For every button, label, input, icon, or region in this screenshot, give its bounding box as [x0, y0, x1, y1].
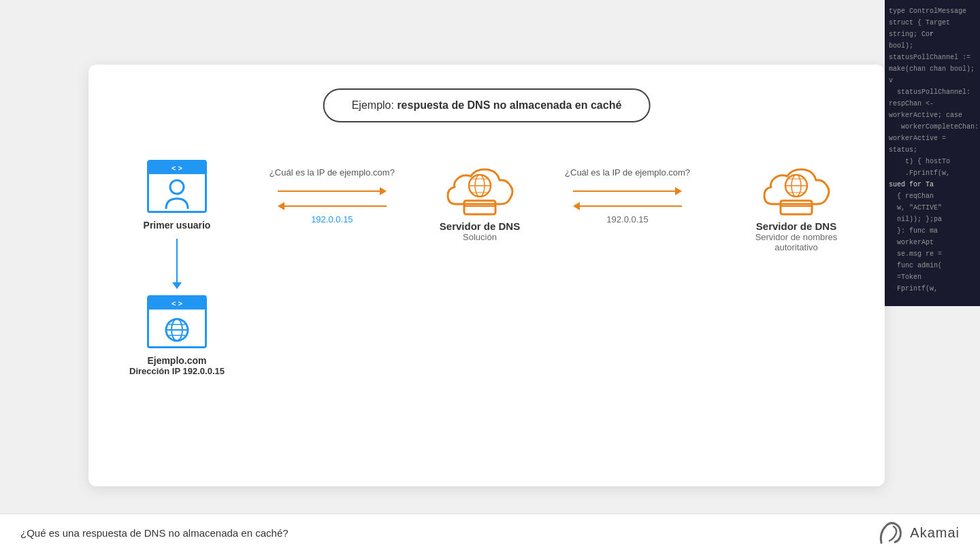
down-arrow-line	[176, 239, 178, 283]
dns-autoritativo-label: Servidor de DNS	[756, 220, 836, 232]
node-dns-solucion: Servidor de DNS Solución	[440, 160, 520, 242]
code-brackets: < >	[172, 164, 182, 172]
akamai-logo: Akamai	[876, 519, 960, 546]
diagram: < > Primer usuario	[116, 160, 871, 376]
dns-autoritativo-sublabel: Servidor de nombres autoritativo	[735, 232, 858, 252]
node-ejemplo-com: < > Ejemplo.com Dirección IP 192.0.0.15	[129, 295, 225, 376]
ejemplo-com-sublabel: Dirección IP 192.0.0.15	[129, 366, 225, 376]
globe-container	[149, 310, 205, 348]
question-left: ¿Cuál es la IP de ejemplo.com?	[270, 167, 395, 179]
arrow-head-l2	[573, 202, 580, 210]
connector-middle-right: ¿Cuál es la IP de ejemplo.com? 192.0.0.1…	[565, 160, 690, 224]
arrow-line-r1	[278, 190, 380, 192]
arrow-left-1	[278, 202, 387, 210]
title-text-bold: respuesta de DNS no almacenada en caché	[397, 99, 621, 111]
dns-solucion-label: Servidor de DNS	[440, 220, 520, 232]
arrow-right-1	[278, 187, 387, 195]
code-background: type ControlMessage struct { Target stri…	[885, 0, 980, 306]
ejemplo-com-label: Ejemplo.com	[147, 355, 206, 366]
arrow-line-l2	[580, 205, 682, 207]
connector-left-middle: ¿Cuál es la IP de ejemplo.com? 192.0.0.1…	[270, 160, 395, 224]
primer-usuario-label: Primer usuario	[144, 220, 211, 231]
website-code-brackets: < >	[172, 299, 182, 307]
arrow-line-r2	[573, 190, 675, 192]
title-text-normal: Ejemplo:	[352, 99, 397, 111]
down-arrow-section	[176, 239, 178, 283]
person-icon	[163, 178, 191, 211]
website-icon: < >	[147, 295, 207, 348]
node-dns-autoritativo: Servidor de DNS Servidor de nombres auto…	[735, 160, 858, 252]
svg-rect-6	[464, 201, 495, 214]
down-arrow-head	[172, 282, 182, 289]
person-container	[149, 174, 205, 213]
arrow-head-r1	[380, 187, 387, 195]
bottom-bar: ¿Qué es una respuesta de DNS no almacena…	[0, 514, 980, 551]
globe-icon	[163, 316, 191, 344]
browser-icon: < >	[147, 160, 207, 213]
website-top-bar: < >	[149, 297, 205, 310]
svg-rect-13	[781, 201, 812, 214]
title-bubble: Ejemplo: respuesta de DNS no almacenada …	[323, 88, 651, 122]
svg-point-0	[170, 180, 184, 194]
arrow-left-2	[573, 202, 682, 210]
dns-solucion-sublabel: Solución	[463, 232, 497, 242]
dns-cloud-icon-2	[759, 160, 834, 218]
main-card: Ejemplo: respuesta de DNS no almacenada …	[88, 65, 885, 486]
response-left: 192.0.0.15	[311, 214, 353, 224]
arrow-head-r2	[675, 187, 682, 195]
arrow-head-l1	[278, 202, 284, 210]
dns-cloud-icon-1	[442, 160, 517, 218]
browser-top-bar: < >	[149, 162, 205, 174]
akamai-logo-text: Akamai	[910, 525, 960, 541]
response-right: 192.0.0.15	[606, 214, 648, 224]
question-right: ¿Cuál es la IP de ejemplo.com?	[565, 167, 690, 179]
node-primer-usuario: < > Primer usuario	[129, 160, 225, 376]
akamai-logo-icon	[876, 519, 906, 546]
bottom-question: ¿Qué es una respuesta de DNS no almacena…	[20, 527, 289, 539]
arrow-right-2	[573, 187, 682, 195]
arrow-line-l1	[284, 205, 387, 207]
